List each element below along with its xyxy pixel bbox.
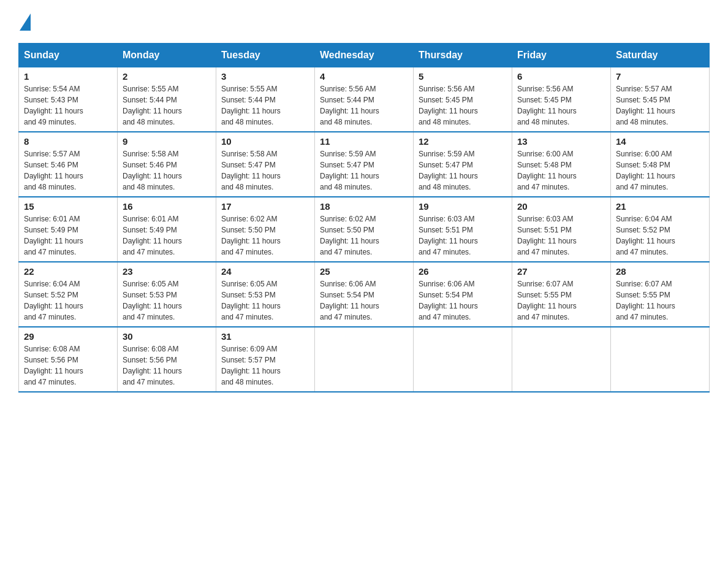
calendar-cell: 19Sunrise: 6:03 AMSunset: 5:51 PMDayligh… [414,197,512,262]
day-number: 22 [24,266,112,277]
day-number: 15 [24,201,112,212]
day-number: 12 [419,136,507,147]
calendar-cell: 25Sunrise: 6:06 AMSunset: 5:54 PMDayligh… [315,262,414,327]
calendar-cell: 6Sunrise: 5:56 AMSunset: 5:45 PMDaylight… [512,67,611,132]
calendar-cell: 11Sunrise: 5:59 AMSunset: 5:47 PMDayligh… [315,132,414,197]
calendar-cell: 4Sunrise: 5:56 AMSunset: 5:44 PMDaylight… [315,67,414,132]
calendar-cell [611,327,710,392]
calendar-cell: 18Sunrise: 6:02 AMSunset: 5:50 PMDayligh… [315,197,414,262]
day-info: Sunrise: 6:07 AMSunset: 5:55 PMDaylight:… [616,278,704,323]
calendar-cell: 13Sunrise: 6:00 AMSunset: 5:48 PMDayligh… [512,132,611,197]
header-sunday: Sunday [19,44,118,67]
day-number: 17 [221,201,309,212]
calendar-cell: 31Sunrise: 6:09 AMSunset: 5:57 PMDayligh… [216,327,315,392]
calendar-cell [315,327,414,392]
day-info: Sunrise: 5:58 AMSunset: 5:46 PMDaylight:… [123,148,211,193]
day-number: 11 [320,136,408,147]
calendar-table: SundayMondayTuesdayWednesdayThursdayFrid… [18,43,710,393]
header-friday: Friday [512,44,611,67]
day-info: Sunrise: 6:00 AMSunset: 5:48 PMDaylight:… [616,148,704,193]
day-number: 25 [320,266,408,277]
calendar-cell: 2Sunrise: 5:55 AMSunset: 5:44 PMDaylight… [118,67,216,132]
day-number: 21 [616,201,704,212]
day-number: 27 [517,266,605,277]
day-number: 9 [123,136,211,147]
day-info: Sunrise: 5:57 AMSunset: 5:46 PMDaylight:… [24,148,112,193]
day-info: Sunrise: 5:54 AMSunset: 5:43 PMDaylight:… [24,83,112,128]
day-info: Sunrise: 6:06 AMSunset: 5:54 PMDaylight:… [419,278,507,323]
day-number: 13 [517,136,605,147]
calendar-cell: 8Sunrise: 5:57 AMSunset: 5:46 PMDaylight… [19,132,118,197]
day-info: Sunrise: 6:03 AMSunset: 5:51 PMDaylight:… [419,213,507,258]
calendar-cell: 22Sunrise: 6:04 AMSunset: 5:52 PMDayligh… [19,262,118,327]
week-row-4: 22Sunrise: 6:04 AMSunset: 5:52 PMDayligh… [19,262,710,327]
logo-triangle-icon [20,13,31,31]
day-number: 5 [419,71,507,82]
day-number: 18 [320,201,408,212]
day-info: Sunrise: 5:59 AMSunset: 5:47 PMDaylight:… [320,148,408,193]
day-number: 30 [123,331,211,342]
day-info: Sunrise: 6:04 AMSunset: 5:52 PMDaylight:… [616,213,704,258]
calendar-cell: 30Sunrise: 6:08 AMSunset: 5:56 PMDayligh… [118,327,216,392]
calendar-cell: 23Sunrise: 6:05 AMSunset: 5:53 PMDayligh… [118,262,216,327]
header-saturday: Saturday [611,44,710,67]
calendar-header-row: SundayMondayTuesdayWednesdayThursdayFrid… [19,44,710,67]
calendar-cell: 14Sunrise: 6:00 AMSunset: 5:48 PMDayligh… [611,132,710,197]
calendar-cell: 27Sunrise: 6:07 AMSunset: 5:55 PMDayligh… [512,262,611,327]
calendar-cell: 26Sunrise: 6:06 AMSunset: 5:54 PMDayligh… [414,262,512,327]
calendar-cell: 9Sunrise: 5:58 AMSunset: 5:46 PMDaylight… [118,132,216,197]
calendar-cell: 20Sunrise: 6:03 AMSunset: 5:51 PMDayligh… [512,197,611,262]
calendar-cell: 12Sunrise: 5:59 AMSunset: 5:47 PMDayligh… [414,132,512,197]
day-number: 6 [517,71,605,82]
day-number: 28 [616,266,704,277]
day-info: Sunrise: 5:55 AMSunset: 5:44 PMDaylight:… [221,83,309,128]
day-info: Sunrise: 5:58 AMSunset: 5:47 PMDaylight:… [221,148,309,193]
calendar-cell: 10Sunrise: 5:58 AMSunset: 5:47 PMDayligh… [216,132,315,197]
day-info: Sunrise: 6:05 AMSunset: 5:53 PMDaylight:… [221,278,309,323]
day-info: Sunrise: 6:08 AMSunset: 5:56 PMDaylight:… [123,343,211,388]
calendar-cell: 17Sunrise: 6:02 AMSunset: 5:50 PMDayligh… [216,197,315,262]
week-row-1: 1Sunrise: 5:54 AMSunset: 5:43 PMDaylight… [19,67,710,132]
day-info: Sunrise: 5:55 AMSunset: 5:44 PMDaylight:… [123,83,211,128]
header-monday: Monday [118,44,216,67]
calendar-cell [414,327,512,392]
day-info: Sunrise: 6:02 AMSunset: 5:50 PMDaylight:… [221,213,309,258]
day-number: 8 [24,136,112,147]
day-number: 1 [24,71,112,82]
logo [18,12,31,31]
day-number: 29 [24,331,112,342]
day-info: Sunrise: 6:03 AMSunset: 5:51 PMDaylight:… [517,213,605,258]
day-info: Sunrise: 6:06 AMSunset: 5:54 PMDaylight:… [320,278,408,323]
day-info: Sunrise: 5:56 AMSunset: 5:44 PMDaylight:… [320,83,408,128]
week-row-3: 15Sunrise: 6:01 AMSunset: 5:49 PMDayligh… [19,197,710,262]
calendar-cell [512,327,611,392]
day-info: Sunrise: 6:09 AMSunset: 5:57 PMDaylight:… [221,343,309,388]
week-row-2: 8Sunrise: 5:57 AMSunset: 5:46 PMDaylight… [19,132,710,197]
day-info: Sunrise: 5:57 AMSunset: 5:45 PMDaylight:… [616,83,704,128]
day-number: 10 [221,136,309,147]
day-number: 19 [419,201,507,212]
day-number: 2 [123,71,211,82]
day-info: Sunrise: 5:56 AMSunset: 5:45 PMDaylight:… [419,83,507,128]
day-info: Sunrise: 6:02 AMSunset: 5:50 PMDaylight:… [320,213,408,258]
day-number: 4 [320,71,408,82]
header-thursday: Thursday [414,44,512,67]
day-number: 7 [616,71,704,82]
header-tuesday: Tuesday [216,44,315,67]
calendar-cell: 24Sunrise: 6:05 AMSunset: 5:53 PMDayligh… [216,262,315,327]
calendar-cell: 21Sunrise: 6:04 AMSunset: 5:52 PMDayligh… [611,197,710,262]
page-header [18,12,710,31]
day-number: 16 [123,201,211,212]
day-info: Sunrise: 5:56 AMSunset: 5:45 PMDaylight:… [517,83,605,128]
day-number: 24 [221,266,309,277]
day-info: Sunrise: 6:04 AMSunset: 5:52 PMDaylight:… [24,278,112,323]
calendar-cell: 5Sunrise: 5:56 AMSunset: 5:45 PMDaylight… [414,67,512,132]
day-number: 23 [123,266,211,277]
calendar-cell: 1Sunrise: 5:54 AMSunset: 5:43 PMDaylight… [19,67,118,132]
week-row-5: 29Sunrise: 6:08 AMSunset: 5:56 PMDayligh… [19,327,710,392]
day-number: 3 [221,71,309,82]
calendar-cell: 16Sunrise: 6:01 AMSunset: 5:49 PMDayligh… [118,197,216,262]
day-info: Sunrise: 6:01 AMSunset: 5:49 PMDaylight:… [123,213,211,258]
day-number: 14 [616,136,704,147]
day-number: 31 [221,331,309,342]
